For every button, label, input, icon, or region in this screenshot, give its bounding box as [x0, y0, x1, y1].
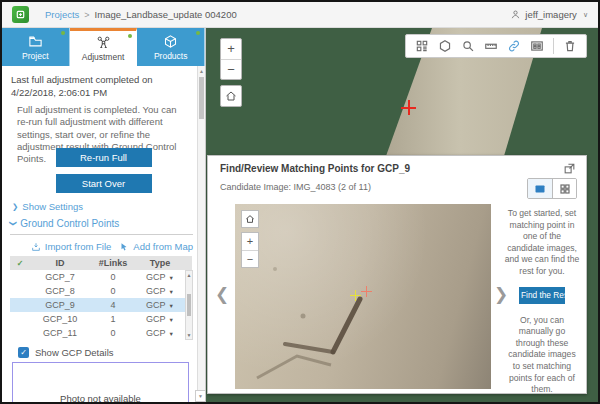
view-mode-toggle: [527, 178, 577, 199]
viewer-zoom-in-button[interactable]: +: [242, 233, 258, 250]
cursor-icon: [119, 242, 129, 252]
grid-view-button[interactable]: [552, 179, 576, 198]
map-home-button[interactable]: [220, 85, 242, 107]
user-menu[interactable]: jeff_imagery ∨: [510, 9, 588, 20]
show-gcp-details-checkbox[interactable]: ✓: [18, 347, 29, 358]
viewer-home-button[interactable]: [241, 210, 259, 228]
adjustment-panel: Last full adjustment completed on 4/22/2…: [2, 66, 205, 402]
cell-type[interactable]: GCP▼: [136, 314, 184, 324]
cell-id: GCP_11: [30, 328, 90, 338]
find-review-panel: Find/Review Matching Points for GCP_9 Ca…: [207, 155, 587, 394]
link-gcp-icon[interactable]: [507, 39, 521, 53]
search-icon[interactable]: [461, 39, 475, 53]
table-row-gcp10[interactable]: GCP_10 1 GCP▼: [10, 312, 192, 326]
check-icon: ✓: [10, 259, 30, 268]
map-toolbar: [405, 34, 587, 58]
tab-project-label: Project: [22, 51, 48, 61]
photo-shadows: [235, 204, 491, 389]
hexagon-layers-icon[interactable]: [438, 39, 452, 53]
cell-id: GCP_7: [30, 272, 90, 282]
adjustment-status: Last full adjustment completed on 4/22/2…: [11, 74, 189, 99]
tab-adjustment-label: Adjustment: [82, 52, 125, 62]
cell-links: 0: [90, 328, 136, 338]
rerun-full-button[interactable]: Re-run Full: [56, 148, 152, 167]
cell-type[interactable]: GCP▼: [136, 328, 184, 338]
scroll-thumb[interactable]: [187, 294, 191, 316]
cell-type[interactable]: GCP▼: [136, 272, 184, 282]
show-settings-label: Show Settings: [22, 201, 83, 212]
undock-panel-button[interactable]: [563, 161, 576, 179]
breadcrumb-projects-link[interactable]: Projects: [45, 9, 79, 20]
import-from-file-link[interactable]: Import from File: [31, 241, 112, 252]
cell-links: 0: [90, 272, 136, 282]
scroll-up-icon[interactable]: ▲: [187, 272, 192, 278]
show-settings-link[interactable]: ❯ Show Settings: [12, 201, 83, 212]
person-icon: [510, 9, 521, 20]
gcp-table-header: ✓ ID #Links Type: [10, 256, 192, 270]
scroll-thumb[interactable]: [199, 77, 204, 119]
photo-not-available-text: Photo not available: [13, 393, 188, 402]
gcp-actions: Import from File Add from Map: [31, 241, 193, 252]
gcp-photo-placeholder: Photo not available: [12, 362, 189, 402]
zoom-in-button[interactable]: +: [221, 39, 241, 59]
tab-bar: Project Adjustment Products: [2, 28, 205, 66]
viewer-zoom-out-button[interactable]: −: [242, 250, 258, 267]
find-the-rest-button[interactable]: Find the Rest: [519, 287, 565, 304]
top-bar: Projects > Image_Landbase_update 004200 …: [2, 2, 598, 28]
map-view[interactable]: + − Find/Review Matching Points for GCP_…: [206, 28, 598, 402]
left-panel: Project Adjustment Products Last full ad…: [2, 28, 206, 402]
table-row-gcp9-selected[interactable]: GCP_9 4 GCP▼: [10, 298, 192, 312]
show-gcp-details-label: Show GCP Details: [35, 347, 114, 358]
table-row-gcp8[interactable]: GCP_8 0 GCP▼: [10, 284, 192, 298]
panel-scrollbar[interactable]: ▲ ▼: [197, 66, 205, 402]
status-dot-icon: [61, 31, 65, 35]
divider: [10, 234, 193, 235]
status-dot-icon: [196, 31, 200, 35]
cube-icon: [163, 34, 178, 49]
single-view-button[interactable]: [528, 179, 552, 198]
candidate-image-viewer[interactable]: + −: [235, 204, 491, 389]
tab-adjustment[interactable]: Adjustment: [70, 28, 138, 66]
table-row-gcp7[interactable]: GCP_7 0 GCP▼: [10, 270, 192, 284]
col-links: #Links: [90, 258, 136, 268]
tab-products[interactable]: Products: [137, 28, 205, 66]
table-row-gcp11[interactable]: GCP_11 0 GCP▼: [10, 326, 192, 340]
zoom-out-button[interactable]: −: [221, 59, 241, 79]
breadcrumb-separator: >: [84, 10, 89, 20]
cell-type[interactable]: GCP▼: [136, 300, 184, 310]
scroll-up-icon[interactable]: ▲: [198, 66, 205, 74]
home-icon: [225, 90, 237, 102]
cell-id: GCP_8: [30, 286, 90, 296]
cell-links: 0: [90, 286, 136, 296]
app-logo-icon: [12, 6, 29, 23]
app-window: Projects > Image_Landbase_update 004200 …: [0, 0, 600, 404]
dropdown-arrow-icon: ▼: [169, 303, 174, 309]
viewer-zoom-control: + −: [241, 232, 259, 268]
cell-links: 4: [90, 300, 136, 310]
show-gcp-details-row: ✓ Show GCP Details: [18, 347, 114, 358]
trash-icon[interactable]: [563, 39, 577, 53]
tab-project[interactable]: Project: [2, 28, 70, 66]
image-collection-icon[interactable]: [530, 39, 544, 53]
chevron-down-icon: ❯: [9, 220, 18, 226]
grid-view-icon[interactable]: [415, 39, 429, 53]
panel-title: Find/Review Matching Points for GCP_9: [220, 163, 410, 174]
scroll-down-icon[interactable]: ▼: [195, 390, 205, 402]
thumbnails-grid-icon: [559, 183, 571, 195]
start-over-button[interactable]: Start Over: [56, 174, 152, 193]
col-type: Type: [136, 258, 184, 268]
cell-type[interactable]: GCP▼: [136, 286, 184, 296]
status-dot-icon: [128, 34, 132, 38]
dropdown-arrow-icon: ▼: [169, 331, 174, 337]
scroll-down-icon[interactable]: ▼: [187, 332, 192, 338]
add-from-map-link[interactable]: Add from Map: [119, 241, 193, 252]
import-from-file-label: Import from File: [45, 241, 112, 252]
candidate-image-label: Candidate Image: IMG_4083 (2 of 11): [220, 182, 371, 192]
project-title: Image_Landbase_update 004200: [95, 9, 237, 20]
gcp-section-toggle[interactable]: ❯ Ground Control Points: [10, 218, 119, 229]
previous-image-button[interactable]: ❮: [215, 284, 229, 305]
table-scrollbar[interactable]: ▲ ▼: [185, 270, 193, 340]
gcp-section-label: Ground Control Points: [20, 218, 119, 229]
import-icon: [31, 242, 41, 252]
measure-icon[interactable]: [484, 39, 498, 53]
